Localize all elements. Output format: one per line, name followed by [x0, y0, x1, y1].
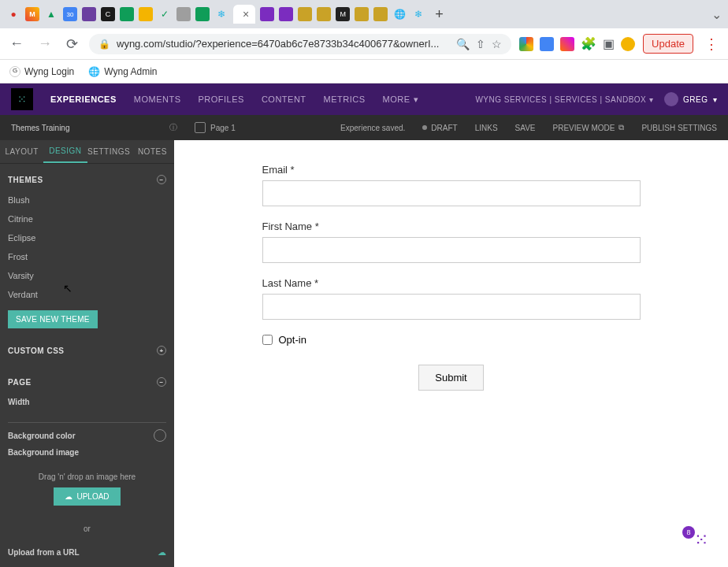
- tab-favicon-cal[interactable]: 30: [63, 7, 77, 21]
- tab-favicon-snow[interactable]: ❄: [214, 7, 228, 21]
- nav-profiles[interactable]: PROFILES: [198, 94, 243, 104]
- email-field[interactable]: [262, 180, 641, 206]
- tab-favicon-drive[interactable]: ▲: [44, 7, 58, 21]
- tab-favicon-gray[interactable]: [176, 7, 191, 21]
- profile-avatar[interactable]: [621, 37, 635, 51]
- external-link-icon: ⧉: [618, 123, 624, 132]
- user-menu[interactable]: GREG ▾: [664, 92, 717, 106]
- tab-design[interactable]: DESIGN: [43, 140, 87, 163]
- address-bar[interactable]: 🔒 wyng.com/studio/?experience=6470ab6c7e…: [89, 34, 511, 54]
- theme-item-verdant[interactable]: Verdant: [8, 285, 166, 304]
- ext-icon-1[interactable]: [519, 37, 533, 51]
- width-input[interactable]: [8, 410, 166, 423]
- cloud-upload-icon[interactable]: ☁: [158, 547, 166, 558]
- theme-item-citrine[interactable]: Citrine: [8, 209, 166, 228]
- tab-favicon-dark[interactable]: C: [101, 7, 115, 21]
- upload-button[interactable]: ☁ UPLOAD: [54, 487, 120, 506]
- help-widget[interactable]: 8 ⁙: [674, 526, 715, 554]
- tab-layout[interactable]: LAYOUT: [0, 140, 43, 163]
- image-dropzone[interactable]: Drag 'n' drop an image here ☁ UPLOAD: [8, 465, 166, 513]
- bookmarks-bar: G Wyng Login 🌐 Wyng Admin: [0, 60, 728, 83]
- tab-favicon-snow2[interactable]: ❄: [411, 7, 425, 21]
- search-icon[interactable]: 🔍: [456, 38, 470, 50]
- globe-icon: 🌐: [88, 66, 100, 77]
- tab-favicon-y3[interactable]: [355, 7, 369, 21]
- nav-more[interactable]: MORE ▾: [383, 94, 419, 105]
- back-button[interactable]: ←: [6, 34, 27, 54]
- page-section-header[interactable]: PAGE −: [8, 372, 166, 391]
- save-new-theme-button[interactable]: SAVE NEW THEME: [8, 310, 98, 328]
- theme-item-frost[interactable]: Frost: [8, 247, 166, 266]
- submit-button[interactable]: Submit: [418, 365, 483, 391]
- reload-button[interactable]: ⟳: [63, 34, 81, 54]
- new-tab-button[interactable]: +: [435, 6, 444, 23]
- update-button[interactable]: Update: [643, 34, 693, 54]
- preview-mode-button[interactable]: PREVIEW MODE ⧉: [553, 123, 625, 132]
- extension-icons: 🧩 ▣: [519, 36, 635, 51]
- custom-css-section-header[interactable]: CUSTOM CSS +: [8, 341, 166, 360]
- nav-moments[interactable]: MOMENTS: [134, 94, 181, 104]
- tab-favicon-y4[interactable]: [373, 7, 388, 21]
- tab-favicon-m[interactable]: M: [336, 7, 350, 21]
- last-name-field[interactable]: [262, 294, 641, 320]
- tab-settings[interactable]: SETTINGS: [87, 140, 131, 163]
- tab-favicon-record[interactable]: ●: [6, 7, 20, 21]
- collapse-icon: −: [157, 175, 166, 184]
- nav-experiences[interactable]: EXPERIENCES: [50, 94, 117, 104]
- chevron-down-icon: ▾: [713, 95, 718, 104]
- tab-favicon-globe[interactable]: 🌐: [392, 7, 407, 21]
- account-switcher[interactable]: WYNG SERVICES | SERVICES | SANDBOX ▾: [475, 95, 653, 104]
- theme-item-blush[interactable]: Blush: [8, 191, 166, 209]
- optin-label: Opt-in: [279, 334, 306, 346]
- links-button[interactable]: LINKS: [475, 124, 498, 132]
- first-name-field[interactable]: [262, 237, 641, 263]
- panel-icon[interactable]: ▣: [603, 36, 615, 51]
- tab-favicon-sheets[interactable]: [120, 7, 134, 21]
- editor-main: LAYOUT DESIGN SETTINGS NOTES THEMES − Bl…: [0, 140, 728, 567]
- browser-menu-icon[interactable]: ⋮: [701, 34, 722, 54]
- ext-icon-3[interactable]: [560, 37, 574, 51]
- app-logo[interactable]: ⁙: [11, 88, 33, 110]
- tab-notes[interactable]: NOTES: [131, 140, 174, 163]
- page-selector[interactable]: Page 1: [195, 122, 236, 133]
- bookmark-label: Wyng Login: [24, 66, 74, 77]
- url-upload-label: Upload from a URL: [8, 548, 80, 557]
- tab-favicon-y1[interactable]: [298, 7, 312, 21]
- tab-active[interactable]: ×: [233, 5, 255, 24]
- tab-favicon-y2[interactable]: [317, 7, 331, 21]
- canvas-area: Email * First Name * Last Name * Opt-in …: [174, 140, 728, 567]
- user-avatar-icon: [664, 92, 678, 106]
- star-icon[interactable]: ☆: [492, 38, 502, 50]
- forward-button[interactable]: →: [35, 34, 55, 54]
- theme-item-eclipse[interactable]: Eclipse: [8, 228, 166, 247]
- share-icon[interactable]: ⇧: [476, 38, 485, 50]
- bg-color-swatch[interactable]: [154, 429, 166, 442]
- theme-item-varsity[interactable]: Varsity: [8, 266, 166, 285]
- collapse-icon: −: [157, 377, 166, 387]
- tab-favicon-gmail[interactable]: M: [25, 7, 39, 21]
- tab-favicon-sheets2[interactable]: [195, 7, 210, 21]
- bookmark-wyng-admin[interactable]: 🌐 Wyng Admin: [88, 66, 157, 77]
- bookmark-wyng-login[interactable]: G Wyng Login: [9, 66, 74, 77]
- close-icon[interactable]: ×: [243, 8, 249, 20]
- tab-favicon-p1[interactable]: [260, 7, 274, 21]
- nav-metrics[interactable]: METRICS: [324, 94, 366, 104]
- publish-settings-button[interactable]: PUBLISH SETTINGS: [641, 124, 717, 132]
- cloud-upload-icon: ☁: [65, 492, 72, 501]
- saved-status: Experience saved.: [340, 124, 405, 132]
- tab-favicon-purple1[interactable]: [82, 7, 96, 21]
- save-button[interactable]: SAVE: [515, 124, 536, 132]
- extensions-menu-icon[interactable]: 🧩: [581, 36, 596, 51]
- optin-checkbox[interactable]: [262, 335, 273, 345]
- info-icon[interactable]: ⓘ: [169, 122, 177, 133]
- ext-icon-2[interactable]: [540, 37, 554, 51]
- tab-favicon-slides[interactable]: [139, 7, 153, 21]
- status-dot-icon: [422, 125, 427, 130]
- tab-favicon-p2[interactable]: [279, 7, 293, 21]
- themes-section-header[interactable]: THEMES −: [8, 170, 166, 189]
- nav-content[interactable]: CONTENT: [262, 94, 306, 104]
- tab-favicon-green[interactable]: ✓: [158, 7, 172, 21]
- tabs-dropdown-icon[interactable]: ⌄: [711, 7, 722, 22]
- lock-icon: 🔒: [98, 39, 110, 50]
- draft-badge: DRAFT: [422, 124, 457, 132]
